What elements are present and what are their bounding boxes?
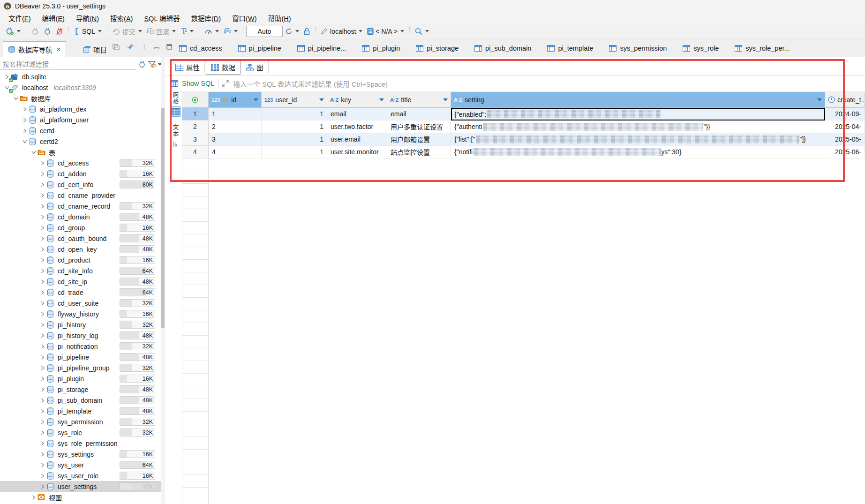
tree-item-pi_pipeline[interactable]: pi_pipeline48K (0, 352, 161, 362)
tree-item-pi_plugin[interactable]: pi_plugin16K (0, 373, 161, 384)
empty-row-cell[interactable] (182, 348, 209, 361)
cell-create-time[interactable]: 2025-04- (825, 120, 865, 133)
editor-tab-pi_plugin[interactable]: pi_plugin (360, 39, 402, 57)
empty-row-cell[interactable] (182, 310, 209, 323)
tree-item-cd_cert_info[interactable]: cd_cert_info80K (0, 179, 161, 190)
row-number-cell[interactable]: 2 (182, 120, 209, 133)
tree-item-pi_sub_domain[interactable]: pi_sub_domain48K (0, 395, 161, 406)
maximize-icon[interactable] (166, 44, 173, 50)
chevron-right-icon[interactable] (39, 473, 46, 479)
tree-item-cd_user_suite[interactable]: cd_user_suite32K (0, 298, 161, 308)
editor-tab-cd_access[interactable]: cd_access (177, 39, 224, 57)
cell-user-id[interactable]: 1 (262, 133, 327, 146)
empty-row-cell[interactable] (182, 222, 209, 234)
empty-row-cell[interactable] (182, 488, 209, 500)
empty-row-cell[interactable] (182, 424, 209, 437)
column-header-id[interactable]: 123id (209, 92, 262, 108)
chevron-right-icon[interactable] (39, 419, 46, 425)
connection-selector-caret[interactable] (359, 30, 362, 32)
chevron-right-icon[interactable] (39, 408, 46, 414)
chevron-right-icon[interactable] (22, 106, 28, 113)
chevron-down-icon[interactable] (13, 95, 19, 102)
sql-editor-button-caret[interactable] (98, 30, 102, 32)
new-connection-button[interactable] (3, 26, 23, 37)
connection-selector[interactable]: localhost (318, 26, 365, 37)
empty-row-cell[interactable] (182, 437, 209, 450)
schema-selector[interactable]: < N/A > (365, 26, 406, 37)
cell-create-time[interactable]: 2025-06- (825, 146, 865, 158)
column-filter-caret[interactable] (443, 98, 448, 101)
dashboard-button-caret[interactable] (215, 30, 219, 32)
menu-item-5[interactable]: 数据库(D) (185, 12, 226, 24)
chevron-right-icon[interactable] (39, 235, 46, 242)
empty-row-cell[interactable] (182, 386, 209, 399)
tree-item-数据库[interactable]: 数据库 (0, 93, 161, 104)
chevron-right-icon[interactable] (39, 171, 46, 177)
chevron-right-icon[interactable] (39, 278, 46, 285)
tree-item-ai_platform_user[interactable]: ai_platform_user (0, 114, 161, 125)
tree-item-表[interactable]: 表 (0, 147, 161, 158)
empty-row-cell[interactable] (182, 412, 209, 424)
chevron-right-icon[interactable] (22, 117, 28, 123)
chevron-right-icon[interactable] (39, 289, 46, 296)
text-presentation-icon[interactable] (170, 139, 181, 149)
editor-tab-pi_sub_domain[interactable]: pi_sub_domain (473, 39, 533, 57)
row-number-cell[interactable]: 1 (182, 108, 209, 120)
menu-item-1[interactable]: 编辑(E) (37, 12, 70, 24)
chevron-right-icon[interactable] (39, 214, 46, 220)
tree-item-cd_site_ip[interactable]: cd_site_ip48K (0, 276, 161, 287)
search-button[interactable] (413, 26, 431, 37)
cell-key[interactable]: user.two.factor (327, 120, 387, 133)
empty-row-cell[interactable] (182, 171, 209, 184)
cell-setting[interactable]: {"notifiys":30} (451, 146, 825, 158)
close-icon[interactable]: ✕ (56, 46, 61, 53)
transaction-log-button-caret[interactable] (190, 30, 194, 32)
chevron-right-icon[interactable] (39, 246, 46, 253)
result-filter-input[interactable]: 输入一个 SQL 表达式来过滤结果 (使用 Ctrl+Space) (233, 79, 387, 89)
empty-row-cell[interactable] (182, 399, 209, 412)
tree-item-cd_access[interactable]: cd_access32K (0, 158, 161, 168)
cell-title[interactable]: email (387, 108, 451, 120)
empty-row-cell[interactable] (182, 374, 209, 386)
chevron-right-icon[interactable] (39, 365, 46, 371)
commit-button[interactable]: 提交 (110, 25, 144, 38)
connection-filter-plug-icon[interactable] (138, 60, 146, 68)
cell-user-id[interactable]: 1 (262, 146, 327, 158)
tree-item-cd_cname_record[interactable]: cd_cname_record32K (0, 201, 161, 211)
grid-corner-cell[interactable] (182, 92, 209, 108)
row-number-cell[interactable]: 4 (182, 146, 209, 158)
tree-item-sys_user_role[interactable]: sys_user_role16K (0, 470, 161, 481)
menu-item-0[interactable]: 文件(F) (3, 12, 37, 24)
cell-create-time[interactable]: 2024-09- (825, 108, 865, 120)
tree-item-ai_platform_dex[interactable]: ai_platform_dex (0, 104, 161, 114)
tree-item-certd2[interactable]: certd2 (0, 136, 161, 147)
empty-row-cell[interactable] (182, 285, 209, 298)
chevron-right-icon[interactable] (39, 440, 46, 447)
cell-create-time[interactable]: 2025-05- (825, 133, 865, 146)
chevron-down-icon[interactable] (22, 138, 28, 145)
reconnect-button[interactable] (41, 26, 53, 37)
column-header-key[interactable]: A·Zkey (327, 92, 387, 108)
chevron-right-icon[interactable] (39, 311, 46, 317)
cell-user-id[interactable]: 1 (262, 120, 327, 133)
refresh-button[interactable] (283, 26, 301, 37)
tree-item-db.sqlite[interactable]: db.sqlite (0, 71, 161, 82)
tree-item-pi_template[interactable]: pi_template48K (0, 406, 161, 416)
grid-presentation-icon[interactable] (170, 106, 181, 117)
data-transfer-button[interactable] (221, 26, 240, 36)
editor-tab-pi_template[interactable]: pi_template (545, 39, 595, 57)
tree-item-sys_permission[interactable]: sys_permission32K (0, 416, 161, 427)
tree-item-cd_group[interactable]: cd_group16K (0, 222, 161, 233)
tree-item-sys_role[interactable]: sys_role32K (0, 427, 161, 438)
presentation-网格-label[interactable]: 网格 (171, 92, 180, 105)
chevron-down-icon[interactable] (30, 149, 37, 156)
editor-tab-pi_pipeline[interactable]: pi_pipeline... (295, 39, 348, 57)
chevron-right-icon[interactable] (39, 451, 46, 458)
tree-item-cd_domain[interactable]: cd_domain48K (0, 211, 161, 222)
cell-id[interactable]: 4 (209, 146, 262, 158)
disconnect-button[interactable] (53, 26, 66, 37)
sql-editor-button[interactable]: SQL (72, 26, 104, 37)
search-button-caret[interactable] (425, 30, 429, 32)
chevron-right-icon[interactable] (39, 483, 46, 490)
tree-item-user_settings[interactable]: user_settings32K (0, 481, 161, 492)
